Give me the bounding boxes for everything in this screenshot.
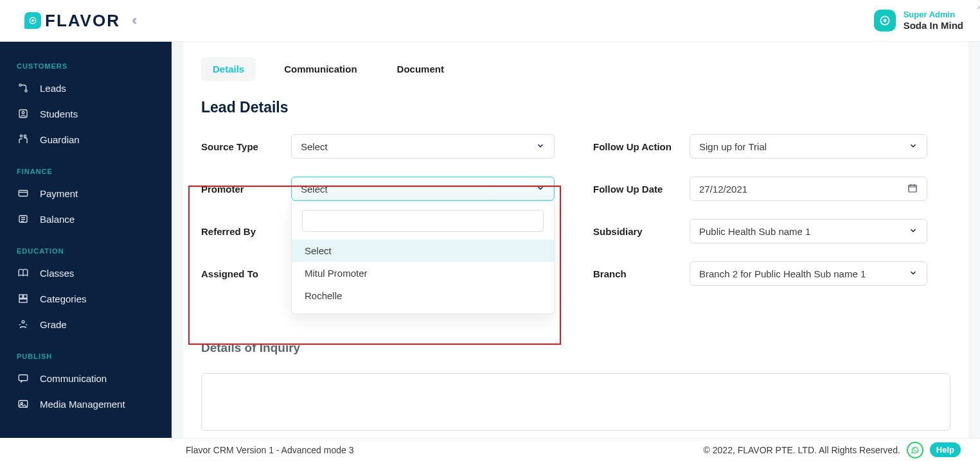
select-branch-value: Branch 2 for Public Health Sub name 1 [699, 268, 866, 279]
section-title-inquiry: Details of Inquiry [201, 341, 950, 355]
label-follow-up-action: Follow Up Action [593, 141, 690, 152]
select-promoter[interactable]: Select [291, 177, 555, 201]
students-icon [17, 108, 30, 119]
label-promoter: Promoter [201, 184, 291, 195]
label-referred-by: Referred By [201, 226, 291, 237]
svg-rect-13 [24, 295, 27, 298]
select-source-type[interactable]: Select [291, 134, 555, 159]
sidebar-item-label: Students [40, 109, 78, 119]
label-branch: Branch [593, 268, 690, 279]
help-button[interactable]: Help [930, 442, 961, 457]
tab-document[interactable]: Document [386, 57, 456, 81]
chevron-down-icon [536, 140, 545, 153]
sidebar-item-grade[interactable]: Grade [0, 311, 172, 337]
sidebar-item-label: Categories [40, 293, 87, 304]
classes-icon [17, 267, 30, 279]
sidebar-item-students[interactable]: Students [0, 101, 172, 126]
sidebar-item-leads[interactable]: Leads [0, 75, 172, 101]
promoter-option-mitul[interactable]: Mitul Promoter [292, 262, 554, 284]
svg-rect-10 [19, 191, 28, 196]
promoter-option-rochelle[interactable]: Rochelle [292, 284, 554, 307]
select-subsidiary-value: Public Health Sub name 1 [699, 226, 810, 237]
tab-details[interactable]: Details [201, 57, 256, 81]
svg-rect-16 [19, 375, 28, 381]
svg-rect-14 [19, 299, 27, 302]
promoter-option-select[interactable]: Select [292, 239, 554, 262]
user-block[interactable]: Super Admin Soda In Mind [904, 10, 963, 31]
grade-icon [17, 318, 30, 330]
sidebar-item-label: Media Management [40, 399, 125, 410]
communication-icon [17, 372, 30, 384]
sidebar-item-media-management[interactable]: Media Management [0, 391, 172, 417]
payment-icon [17, 187, 30, 199]
sidebar-item-balance[interactable]: Balance [0, 206, 172, 232]
select-follow-up-action-value: Sign up for Trial [699, 141, 767, 152]
sidebar-section-customers: CUSTOMERS [0, 56, 172, 75]
leads-icon [17, 82, 30, 94]
user-name: Soda In Mind [904, 20, 963, 31]
svg-point-3 [883, 19, 886, 22]
tab-communication[interactable]: Communication [272, 57, 368, 81]
guardian-icon [17, 134, 30, 145]
sidebar-item-payment[interactable]: Payment [0, 180, 172, 206]
calendar-icon [907, 183, 918, 195]
select-source-type-value: Select [301, 141, 328, 152]
sidebar-section-finance: FINANCE [0, 161, 172, 180]
sidebar-item-label: Leads [40, 83, 66, 94]
svg-point-8 [20, 135, 22, 137]
sidebar-item-label: Guardian [40, 134, 80, 145]
label-follow-up-date: Follow Up Date [593, 184, 690, 195]
brand-mark-icon [24, 12, 41, 29]
media-icon [17, 398, 30, 410]
svg-point-7 [22, 112, 24, 114]
svg-point-9 [24, 135, 26, 137]
brand-logo[interactable]: FLAVOR [24, 11, 120, 31]
promoter-dropdown-panel: Select Mitul Promoter Rochelle [291, 201, 555, 314]
label-source-type: Source Type [201, 141, 291, 152]
svg-rect-19 [909, 185, 916, 192]
tabs: Details Communication Document [201, 57, 950, 81]
categories-icon [17, 293, 30, 304]
svg-rect-12 [19, 295, 22, 298]
sidebar-collapse-icon[interactable]: ‹‹ [132, 12, 134, 29]
select-subsidiary[interactable]: Public Health Sub name 1 [690, 219, 927, 243]
select-follow-up-action[interactable]: Sign up for Trial [690, 134, 927, 159]
footer-version: Flavor CRM Version 1 - Advanced mode 3 [186, 445, 353, 455]
app-header: FLAVOR ‹‹ Super Admin Soda In Mind [0, 0, 980, 42]
footer: Flavor CRM Version 1 - Advanced mode 3 ©… [172, 438, 980, 461]
brand-name: FLAVOR [45, 11, 120, 31]
select-promoter-value: Select [301, 184, 328, 195]
sidebar-item-guardian[interactable]: Guardian [0, 126, 172, 152]
promoter-dropdown-search[interactable] [302, 210, 544, 232]
svg-point-15 [22, 320, 24, 323]
sidebar-item-classes[interactable]: Classes [0, 260, 172, 286]
chevron-down-icon [909, 140, 918, 153]
svg-point-1 [31, 19, 34, 22]
label-subsidiary: Subsidiary [593, 226, 690, 237]
avatar[interactable] [874, 10, 896, 31]
follow-up-date-value: 27/12/2021 [699, 184, 747, 195]
svg-point-5 [25, 90, 27, 92]
sidebar-item-label: Classes [40, 268, 74, 279]
section-title-lead-details: Lead Details [201, 99, 950, 116]
balance-icon [17, 213, 30, 225]
svg-point-4 [19, 84, 21, 86]
sidebar-item-label: Payment [40, 188, 78, 199]
main-content: Details Communication Document Lead Deta… [172, 42, 980, 438]
inquiry-textarea[interactable] [201, 373, 950, 431]
sidebar: CUSTOMERS Leads Students Guardian FINANC… [0, 42, 172, 438]
sidebar-item-label: Communication [40, 373, 107, 384]
footer-copyright: © 2022, FLAVOR PTE. LTD. All Rights Rese… [704, 445, 900, 455]
label-assigned-to: Assigned To [201, 268, 291, 279]
chevron-down-icon [909, 225, 918, 238]
chevron-down-icon [536, 182, 545, 196]
user-role: Super Admin [904, 10, 963, 20]
sidebar-section-education: EDUCATION [0, 241, 172, 260]
sidebar-item-communication[interactable]: Communication [0, 365, 172, 391]
sidebar-item-label: Grade [40, 319, 67, 330]
whatsapp-icon[interactable] [907, 442, 923, 458]
input-follow-up-date[interactable]: 27/12/2021 [690, 177, 927, 201]
select-branch[interactable]: Branch 2 for Public Health Sub name 1 [690, 261, 927, 286]
sidebar-item-label: Balance [40, 214, 75, 225]
sidebar-item-categories[interactable]: Categories [0, 286, 172, 311]
